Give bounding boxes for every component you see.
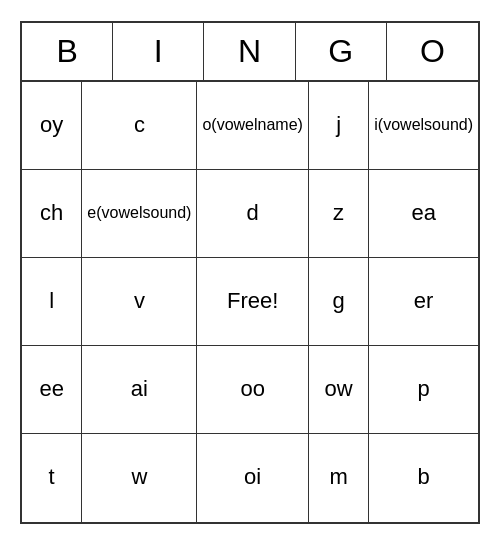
bingo-cell: d [197, 170, 309, 258]
bingo-cell: v [82, 258, 197, 346]
bingo-header: BINGO [22, 23, 478, 82]
bingo-cell: ow [309, 346, 369, 434]
bingo-cell: oo [197, 346, 309, 434]
header-letter: G [296, 23, 387, 80]
bingo-card: BINGO oyco(vowelname)ji(vowelsound)che(v… [20, 21, 480, 524]
bingo-cell: ee [22, 346, 82, 434]
bingo-cell: Free! [197, 258, 309, 346]
bingo-body: oyco(vowelname)ji(vowelsound)che(vowelso… [22, 82, 478, 522]
header-letter: I [113, 23, 204, 80]
bingo-cell: g [309, 258, 369, 346]
bingo-cell: e(vowelsound) [82, 170, 197, 258]
bingo-cell: ea [369, 170, 478, 258]
bingo-cell: c [82, 82, 197, 170]
header-letter: O [387, 23, 478, 80]
bingo-cell: b [369, 434, 478, 522]
bingo-cell: ai [82, 346, 197, 434]
bingo-cell: j [309, 82, 369, 170]
bingo-cell: z [309, 170, 369, 258]
header-letter: N [204, 23, 295, 80]
header-letter: B [22, 23, 113, 80]
bingo-cell: oi [197, 434, 309, 522]
bingo-cell: ch [22, 170, 82, 258]
bingo-cell: p [369, 346, 478, 434]
bingo-cell: o(vowelname) [197, 82, 309, 170]
bingo-cell: i(vowelsound) [369, 82, 478, 170]
bingo-cell: oy [22, 82, 82, 170]
bingo-cell: er [369, 258, 478, 346]
bingo-cell: m [309, 434, 369, 522]
bingo-cell: l [22, 258, 82, 346]
bingo-cell: w [82, 434, 197, 522]
bingo-cell: t [22, 434, 82, 522]
